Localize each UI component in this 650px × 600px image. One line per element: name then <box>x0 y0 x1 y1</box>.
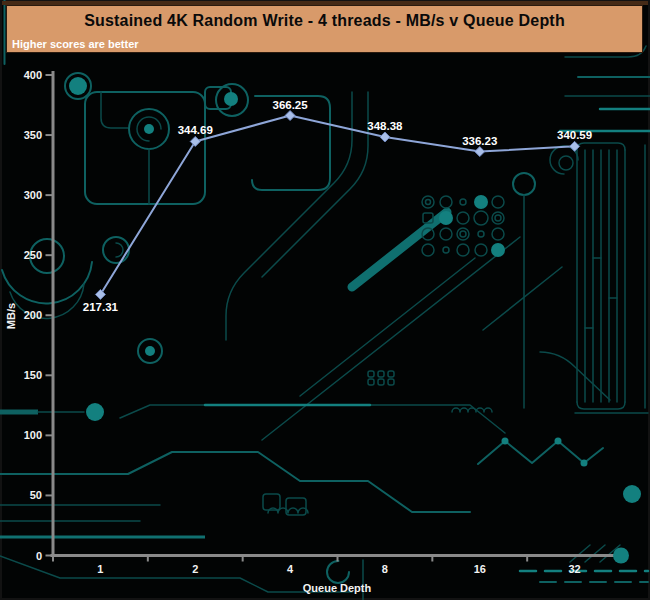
y-tick-label: 100 <box>24 429 42 441</box>
y-tick-label: 50 <box>30 489 42 501</box>
data-point-label: 217.31 <box>83 301 119 313</box>
chart-canvas: 050100150200250300350400 12481632 MB/s Q… <box>0 0 650 600</box>
data-point-label: 344.69 <box>178 124 213 136</box>
higher-scores-note: Higher scores are better <box>12 38 139 50</box>
y-tick-label: 200 <box>24 309 42 321</box>
y-axis-title: MB/s <box>5 303 17 329</box>
data-point-marker <box>475 147 485 157</box>
y-tick-label: 300 <box>24 189 42 201</box>
y-axis-ticks: 050100150200250300350400 <box>24 69 53 562</box>
page-title: Sustained 4K Random Write - 4 threads - … <box>7 6 642 30</box>
data-point-label: 366.25 <box>272 99 308 111</box>
axis-end-pad-decoration <box>613 548 629 564</box>
y-tick-label: 350 <box>24 129 42 141</box>
x-axis-ticks: 12481632 <box>53 556 622 576</box>
data-point-label: 336.23 <box>462 135 497 147</box>
x-tick-label: 32 <box>568 563 580 575</box>
data-point-marker <box>95 289 105 299</box>
x-tick-label: 8 <box>382 563 388 575</box>
x-tick-label: 1 <box>97 563 103 575</box>
data-point-marker <box>380 132 390 142</box>
x-tick-label: 2 <box>192 563 198 575</box>
x-tick-label: 16 <box>474 563 486 575</box>
circuit-pattern-decoration <box>0 0 650 600</box>
data-point-label: 348.38 <box>367 120 403 132</box>
small-pads-decoration <box>368 371 394 385</box>
y-tick-label: 400 <box>24 69 42 81</box>
x-axis-title: Queue Depth <box>303 582 372 594</box>
data-point-label: 340.59 <box>557 129 592 141</box>
data-point-labels: 217.31344.69366.25348.38336.23340.59 <box>83 99 592 314</box>
data-point-marker <box>285 111 295 121</box>
y-tick-label: 250 <box>24 249 42 261</box>
data-point-marker <box>190 136 200 146</box>
x-tick-label: 4 <box>287 563 294 575</box>
data-point-marker <box>570 141 580 151</box>
y-tick-label: 0 <box>36 550 42 562</box>
y-tick-label: 150 <box>24 369 42 381</box>
title-banner: Sustained 4K Random Write - 4 threads - … <box>6 5 643 53</box>
chart-window: 050100150200250300350400 12481632 MB/s Q… <box>0 0 650 600</box>
